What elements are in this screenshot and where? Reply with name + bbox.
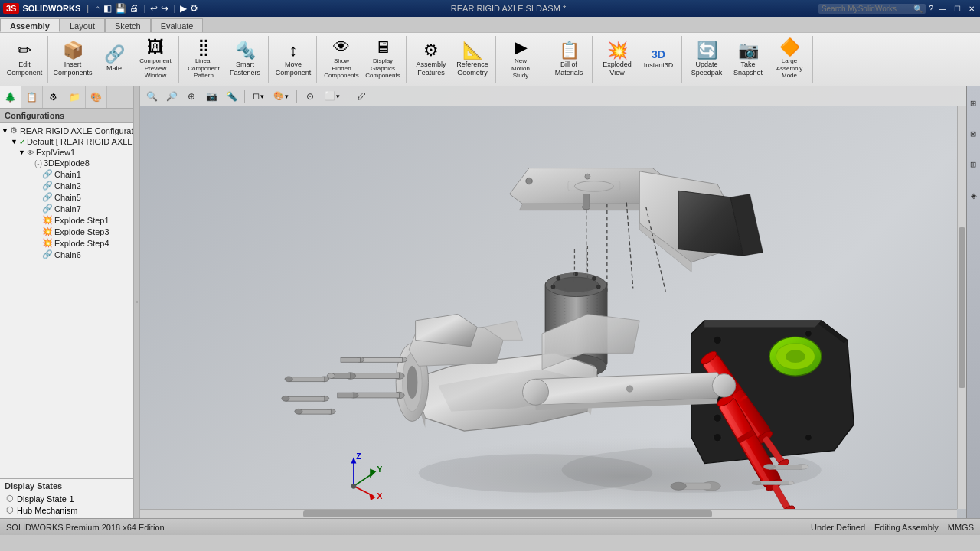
tree-item-3dexplode8[interactable]: ▶ (-) 3DExplode8	[0, 158, 133, 168]
horizontal-scrollbar[interactable]	[140, 509, 957, 518]
scene-dropdown[interactable]: 🎨 ▾	[270, 90, 292, 103]
qat-settings[interactable]: ⚙	[190, 3, 198, 14]
smart-fasteners-button[interactable]: 🔩 SmartFasteners	[225, 37, 265, 82]
svg-point-27	[596, 285, 600, 289]
component-preview-button[interactable]: 🖼 ComponentPreviewWindow	[136, 37, 175, 82]
statusbar-left: SOLIDWORKS Premium 2018 x64 Edition	[6, 523, 165, 532]
display-state-hub-mechanism[interactable]: ⬡ Hub Mechanism	[5, 504, 129, 516]
lighting-button[interactable]: 🔦	[223, 89, 240, 104]
left-panel: 🌲 📋 ⚙ 📁 🎨 Configurations ▼ ⚙ REAR RIGID …	[0, 86, 134, 518]
take-snapshot-button[interactable]: 📷 TakeSnapshot	[728, 37, 768, 82]
qat-home[interactable]: ⌂	[95, 3, 100, 14]
tree-arrow-default[interactable]: ▼	[11, 138, 18, 145]
tab-evaluate[interactable]: Evaluate	[151, 18, 204, 32]
panel-resize-handle[interactable]: ⋮	[134, 86, 140, 518]
view-camera-button[interactable]: 📷	[203, 89, 220, 104]
search-input[interactable]	[822, 5, 913, 13]
instant3d-button[interactable]: 3D Instant3D	[639, 37, 678, 82]
sw-panel-btn-4[interactable]: ◈	[968, 180, 980, 210]
qat-save[interactable]: 💾	[115, 3, 126, 14]
svg-point-47	[285, 377, 292, 382]
insert-components-button[interactable]: 📦 InsertComponents	[53, 37, 93, 82]
large-assembly-mode-button[interactable]: 🔶 LargeAssemblyMode	[769, 37, 809, 82]
tree-item-explodestep3[interactable]: ▶ 💥 Explode Step3	[0, 226, 133, 237]
linear-component-pattern-button[interactable]: ⣿ Linear ComponentPattern	[184, 37, 224, 82]
tree-item-chain1[interactable]: ▶ 🔗 Chain1	[0, 168, 133, 180]
qat-print[interactable]: 🖨	[129, 3, 139, 14]
edit-component-button[interactable]: ✏ EditComponent	[5, 37, 44, 82]
tree-label-explview1: ExplView1	[36, 148, 75, 157]
svg-rect-49	[286, 396, 325, 401]
help-icon[interactable]: ?	[929, 4, 933, 13]
assembly-features-button[interactable]: ⚙ AssemblyFeatures	[411, 37, 451, 82]
exploded-view-button[interactable]: 💥 ExplodedView	[597, 37, 637, 82]
update-speedpak-button[interactable]: 🔄 UpdateSpeedpak	[687, 37, 727, 82]
close-button[interactable]: ✕	[966, 5, 977, 13]
tree-item-root[interactable]: ▼ ⚙ REAR RIGID AXLE Configuration(s)	[0, 125, 133, 136]
view-dropdown[interactable]: ⬜ ▾	[322, 90, 343, 103]
tree-label-step1: Explode Step1	[54, 216, 109, 225]
minimize-button[interactable]: —	[936, 5, 949, 13]
zoom-button[interactable]: 🔎	[163, 89, 180, 104]
tree-arrow-root[interactable]: ▼	[2, 127, 8, 135]
ribbon-group-display: 👁 ShowHiddenComponents 🖥 DisplayGraphics…	[318, 36, 407, 83]
svg-text:Y: Y	[377, 465, 383, 474]
qat-run[interactable]: ▶	[180, 3, 187, 14]
panel-tab-settings[interactable]: ⚙	[43, 86, 64, 108]
tab-sketch[interactable]: Sketch	[105, 18, 151, 32]
svg-point-60	[805, 331, 812, 337]
move-component-button[interactable]: ↕ MoveComponent	[273, 37, 313, 82]
mate-button[interactable]: 🔗 Mate	[94, 37, 134, 82]
tree-item-chain7[interactable]: ▶ 🔗 Chain7	[0, 203, 133, 214]
sw-panel-btn-2[interactable]: ⊠	[968, 119, 980, 149]
reference-geometry-button[interactable]: 📐 ReferenceGeometry	[452, 37, 492, 82]
vertical-scrollbar-thumb[interactable]	[959, 227, 965, 388]
svg-rect-52	[299, 409, 331, 414]
sw-panel-btn-1[interactable]: ⊞	[968, 88, 980, 119]
tree-item-explview1[interactable]: ▼ 👁 ExplView1	[0, 147, 133, 158]
section-view-button[interactable]: ⊙	[302, 89, 318, 104]
tree-item-chain5[interactable]: ▶ 🔗 Chain5	[0, 191, 133, 203]
panel-tab-files[interactable]: 📁	[64, 86, 86, 108]
sw-panel-btn-3[interactable]: ⊟	[968, 149, 980, 180]
svg-rect-44	[341, 357, 360, 362]
panel-tab-features[interactable]: 🌲	[0, 86, 21, 108]
bill-of-materials-button[interactable]: 📋 Bill ofMaterials	[549, 37, 589, 82]
tab-assembly[interactable]: Assembly	[0, 18, 60, 32]
panel-tab-display[interactable]: 🎨	[86, 86, 107, 108]
svg-rect-38	[354, 393, 399, 398]
units-display: MMGS	[948, 523, 974, 532]
view-orient-button[interactable]: ⊕	[183, 89, 200, 104]
new-motion-study-button[interactable]: ▶ NewMotionStudy	[501, 37, 541, 82]
sw-right-panel: ⊞ ⊠ ⊟ ◈	[966, 86, 980, 518]
svg-point-58	[714, 414, 721, 422]
tab-layout[interactable]: Layout	[60, 18, 105, 32]
tree-item-explodestep1[interactable]: ▶ 💥 Explode Step1	[0, 214, 133, 226]
svg-point-5	[526, 178, 532, 184]
horizontal-scrollbar-thumb[interactable]	[303, 510, 712, 517]
display-graphics-components-button[interactable]: 🖥 DisplayGraphicsComponents	[363, 37, 403, 82]
ribbon-group-speedpak: 🔄 UpdateSpeedpak 📷 TakeSnapshot 🔶 LargeA…	[684, 36, 813, 83]
tree-label-step3: Explode Step3	[54, 227, 109, 236]
tree-item-chain2[interactable]: ▶ 🔗 Chain2	[0, 180, 133, 191]
qat-undo[interactable]: ↩	[150, 3, 158, 14]
display-state-1[interactable]: ⬡ Display State-1	[5, 493, 129, 504]
tree-item-default[interactable]: ▼ ✓ Default [ REAR RIGID AXLE ]	[0, 136, 133, 147]
sketch-button[interactable]: 🖊	[353, 89, 370, 104]
status-bar: SOLIDWORKS Premium 2018 x64 Edition Unde…	[0, 518, 980, 535]
vertical-scrollbar[interactable]	[957, 106, 966, 509]
tree-item-explodestep4[interactable]: ▶ 💥 Explode Step4	[0, 237, 133, 249]
qat-new[interactable]: ◧	[103, 3, 112, 14]
viewport[interactable]: 🔍 🔎 ⊕ 📷 🔦 ◻ ▾ 🎨 ▾ ⊙ ⬜ ▾ 🖊	[140, 86, 966, 518]
show-hidden-components-button[interactable]: 👁 ShowHiddenComponents	[322, 37, 361, 82]
svg-rect-46	[289, 377, 325, 382]
scene-icon: 🎨	[273, 91, 284, 101]
tree-arrow-3dexplode8: ▶	[28, 159, 33, 167]
display-style-dropdown[interactable]: ◻ ▾	[250, 90, 267, 103]
tree-arrow-explview1[interactable]: ▼	[18, 148, 25, 156]
maximize-button[interactable]: ☐	[952, 5, 963, 13]
qat-redo[interactable]: ↪	[161, 3, 168, 14]
panel-tab-properties[interactable]: 📋	[21, 86, 43, 108]
tree-item-chain6[interactable]: ▶ 🔗 Chain6	[0, 249, 133, 260]
zoom-to-fit-button[interactable]: 🔍	[143, 89, 160, 104]
